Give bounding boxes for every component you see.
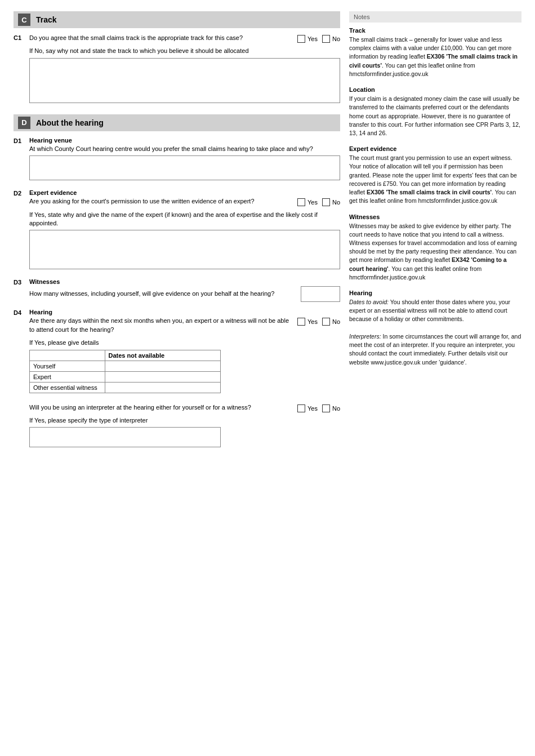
notes-witnesses-text: Witnesses may be asked to give evidence … [349, 222, 521, 282]
c1-yes-label[interactable]: Yes [297, 35, 318, 43]
d3-count-box[interactable] [301, 286, 340, 302]
notes-location-text: If your claim is a designated money clai… [349, 95, 521, 137]
q-d4-controls: Yes No [297, 317, 340, 326]
q-d1-content: Hearing venue At which County Court hear… [29, 137, 340, 184]
d2-yes-label[interactable]: Yes [297, 198, 318, 206]
q-c1-subtext: If No, say why not and state the track t… [29, 47, 340, 55]
d2-no-label[interactable]: No [322, 198, 340, 206]
dates-row-witness: Other essential witness [30, 382, 221, 393]
q-d5-subtext: If Yes, please specify the type of inter… [29, 416, 340, 425]
question-d5: Will you be using an interpreter at the … [29, 403, 340, 451]
c1-no-text: No [332, 35, 340, 42]
c1-no-label[interactable]: No [322, 35, 340, 43]
d4-yes-label[interactable]: Yes [297, 318, 318, 326]
main-column: C Track C1 Do you agree that the small c… [14, 11, 340, 459]
q-c1-controls: Yes No [297, 34, 340, 43]
q-d5-text: Will you be using an interpreter at the … [29, 403, 293, 412]
page: C Track C1 Do you agree that the small c… [0, 0, 535, 470]
d5-no-text: No [332, 405, 340, 412]
question-d2: D2 Expert evidence Are you asking for th… [14, 189, 340, 273]
notes-hearing-text: Dates to avoid: You should enter those d… [349, 298, 521, 367]
d4-no-label[interactable]: No [322, 318, 340, 326]
q-d4-num: D4 [14, 309, 29, 316]
notes-expert: Expert evidence The court must grant you… [349, 145, 521, 205]
notes-hearing-italic2: Interpreters: [349, 333, 381, 340]
dates-row-yourself-input[interactable] [105, 361, 220, 371]
q-c1-text: Do you agree that the small claims track… [29, 34, 293, 42]
question-d4: D4 Hearing Are there any days within the… [14, 309, 340, 397]
question-c1: C1 Do you agree that the small claims tr… [14, 34, 340, 106]
dates-table-col1-header [30, 350, 105, 361]
dates-table-col2-header: Dates not available [105, 350, 220, 361]
q-d1-num: D1 [14, 137, 29, 144]
notes-hearing-italic1: Dates to avoid: [349, 299, 389, 305]
section-c: C Track C1 Do you agree that the small c… [14, 11, 340, 106]
notes-location-title: Location [349, 86, 521, 93]
dates-row-expert-input[interactable] [105, 371, 220, 382]
d5-no-label[interactable]: No [322, 404, 340, 412]
notes-column: Notes Track The small claims track – gen… [349, 11, 521, 459]
q-d2-num: D2 [14, 189, 29, 197]
dates-row-witness-input[interactable] [105, 382, 220, 393]
q-d4-text: Are there any days within the next six m… [29, 317, 293, 334]
c1-yes-checkbox[interactable] [297, 35, 305, 43]
q-d5-controls: Yes No [297, 403, 340, 412]
question-d3: D3 Witnesses How many witnesses, includi… [14, 278, 340, 303]
notes-witnesses: Witnesses Witnesses may be asked to give… [349, 214, 521, 282]
dates-row-yourself: Yourself [30, 361, 221, 371]
d2-text-area[interactable] [29, 230, 340, 269]
q-d3-label: Witnesses [29, 278, 340, 285]
d2-no-checkbox[interactable] [322, 198, 330, 206]
d5-no-checkbox[interactable] [322, 404, 330, 412]
section-c-title: Track [36, 15, 57, 24]
section-c-header: C Track [14, 11, 340, 28]
notes-location: Location If your claim is a designated m… [349, 86, 521, 137]
notes-header: Notes [349, 11, 521, 23]
notes-expert-title: Expert evidence [349, 145, 521, 152]
q-d3-num: D3 [14, 278, 29, 286]
q-d1-label: Hearing venue [29, 137, 340, 144]
d5-yes-checkbox[interactable] [297, 404, 305, 412]
notes-hearing-title: Hearing [349, 290, 521, 296]
d5-yes-text: Yes [307, 405, 318, 412]
notes-track-text: The small claims track – generally for l… [349, 35, 521, 78]
q-d2-subtext: If Yes, state why and give the name of t… [29, 211, 340, 228]
q-d2-controls: Yes No [297, 197, 340, 206]
c1-yes-text: Yes [307, 35, 318, 42]
q-d1-text: At which County Court hearing centre wou… [29, 145, 340, 153]
notes-track-title: Track [349, 27, 521, 34]
c1-text-area[interactable] [29, 58, 340, 103]
d2-yes-checkbox[interactable] [297, 198, 305, 206]
q-d2-content: Expert evidence Are you asking for the c… [29, 189, 340, 273]
question-d1: D1 Hearing venue At which County Court h… [14, 137, 340, 184]
dates-row-expert-label: Expert [30, 371, 105, 382]
q-d3-content: Witnesses How many witnesses, including … [29, 278, 340, 303]
section-c-badge: C [18, 14, 30, 26]
d1-text-area[interactable] [29, 155, 340, 180]
notes-witnesses-title: Witnesses [349, 214, 521, 220]
notes-expert-bold1: EX306 'The small claims track in civil c… [367, 189, 492, 195]
d4-yes-text: Yes [307, 318, 318, 325]
q-d2-label: Expert evidence [29, 189, 340, 196]
section-d-header: D About the hearing [14, 114, 340, 131]
d4-no-checkbox[interactable] [322, 318, 330, 326]
d5-yes-label[interactable]: Yes [297, 404, 318, 412]
q-c1-content: Do you agree that the small claims track… [29, 34, 340, 106]
section-d: D About the hearing D1 Hearing venue At … [14, 114, 340, 451]
q-d3-text: How many witnesses, including yourself, … [29, 290, 292, 298]
q-d5-content: Will you be using an interpreter at the … [29, 403, 340, 451]
d2-no-text: No [332, 199, 340, 206]
d4-yes-checkbox[interactable] [297, 318, 305, 326]
d5-text-area[interactable] [29, 427, 221, 447]
section-d-badge: D [18, 117, 30, 129]
q-d4-label: Hearing [29, 309, 340, 315]
notes-track: Track The small claims track – generally… [349, 27, 521, 78]
d4-no-text: No [332, 318, 340, 325]
notes-expert-text: The court must grant you permission to u… [349, 154, 521, 205]
dates-row-expert: Expert [30, 371, 221, 382]
d2-yes-text: Yes [307, 199, 318, 206]
c1-no-checkbox[interactable] [322, 35, 330, 43]
notes-hearing: Hearing Dates to avoid: You should enter… [349, 290, 521, 367]
dates-row-witness-label: Other essential witness [30, 382, 105, 393]
q-d4-subtext: If Yes, please give details [29, 339, 340, 347]
